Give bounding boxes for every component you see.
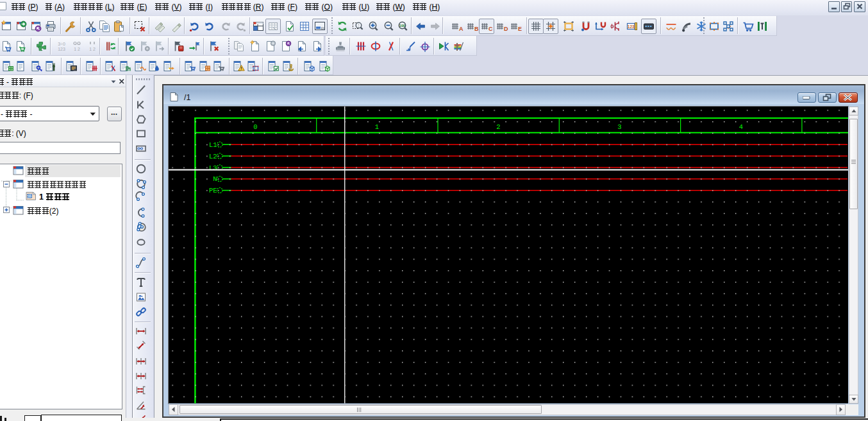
svg-text:A: A bbox=[459, 26, 463, 32]
svg-text:100: 100 bbox=[399, 24, 405, 28]
svg-text:123: 123 bbox=[628, 24, 635, 28]
svg-text:3÷0: 3÷0 bbox=[58, 42, 65, 46]
svg-text:D: D bbox=[504, 26, 508, 32]
svg-text:B: B bbox=[474, 26, 479, 32]
svg-text:C: C bbox=[488, 26, 493, 32]
svg-text:123: 123 bbox=[58, 47, 65, 51]
svg-text:1 2: 1 2 bbox=[89, 47, 96, 51]
svg-text:E: E bbox=[518, 26, 522, 32]
svg-text:1 2: 1 2 bbox=[74, 47, 80, 51]
